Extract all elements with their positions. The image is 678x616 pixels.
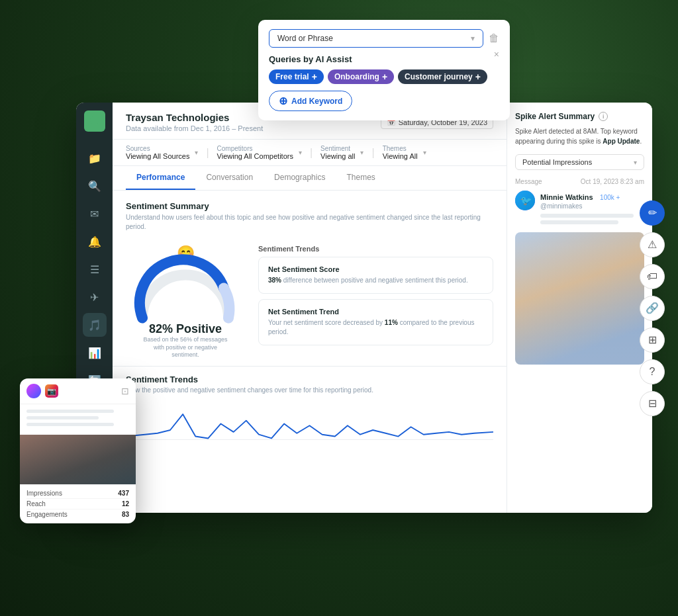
trends-section: Sentiment Trends View the positive and n…: [113, 366, 507, 460]
sidebar-item-menu[interactable]: ☰: [83, 257, 107, 281]
stat-engagements: Engagements 83: [26, 509, 129, 519]
sentiment-area: 😊 82% Positive Based on the 56% of messa…: [113, 238, 507, 366]
trash-icon[interactable]: 🗑: [489, 32, 499, 44]
sidebar-item-search[interactable]: 🔍: [83, 174, 107, 198]
competitors-filter[interactable]: Competitors Viewing All Competitors: [217, 145, 302, 160]
mobile-card: 📷 ⊡ Impressions 437 Reach 12 Engagements…: [20, 378, 136, 523]
dashboard-card: 📁 🔍 ✉ 🔔 ☰ ✈ 🎵 📊 🔄 ⭐ Traysan Technologies…: [76, 103, 652, 513]
sentiment-card-trend: Net Sentiment Trend Your net sentiment s…: [258, 299, 493, 345]
sidebar-item-bell[interactable]: 🔔: [83, 230, 107, 253]
gauge-value: 82% Positive: [126, 322, 245, 336]
tag-onboarding[interactable]: Onboarding +: [328, 69, 394, 84]
help-button[interactable]: ?: [640, 359, 665, 384]
stat-reach: Reach 12: [26, 499, 129, 509]
grid-button[interactable]: ⊟: [640, 391, 665, 416]
sidebar-item-send[interactable]: ✈: [83, 285, 107, 309]
plus-icon: ⊕: [279, 95, 287, 107]
tag-remove-icon[interactable]: +: [475, 72, 481, 81]
mobile-post-image: [20, 435, 136, 484]
info-icon: i: [599, 112, 608, 121]
sentiment-card-score: Net Sentiment Score 38% difference betwe…: [258, 257, 493, 294]
chevron-down-icon: ▾: [471, 34, 475, 43]
sidebar-item-chart[interactable]: 📊: [83, 341, 107, 365]
card-trend-desc: Your net sentiment score decreased by 11…: [268, 318, 483, 337]
card-trend-title: Net Sentiment Trend: [268, 308, 483, 316]
tab-performance[interactable]: Performance: [126, 166, 195, 190]
sentiment-cards: Sentiment Trends Net Sentiment Score 38%…: [258, 245, 493, 351]
mobile-menu-icon: ⊡: [121, 386, 129, 396]
mobile-text-lines: [20, 404, 136, 435]
sentiment-summary-desc: Understand how users feel about this top…: [126, 213, 493, 232]
sidebar-logo[interactable]: [84, 110, 105, 132]
trends-title: Sentiment Trends: [126, 374, 493, 384]
instagram-icon: 📷: [45, 384, 58, 398]
spike-title: Spike Alert Summary: [515, 112, 595, 121]
stat-impressions: Impressions 437: [26, 488, 129, 499]
search-row: Word or Phrase ▾ 🗑: [269, 29, 499, 48]
mobile-card-header: 📷 ⊡: [20, 378, 136, 404]
popup-title: Queries by AI Assist: [269, 54, 499, 64]
gauge-sub: Based on the 56% of messages with positi…: [142, 336, 228, 359]
tweet-card: 🐦 Minnie Watkins 100k + @minnimakes: [515, 191, 644, 227]
message-header: Message Oct 19, 2023 8:23 am: [515, 178, 644, 185]
tab-demographics[interactable]: Demographics: [264, 166, 336, 190]
gauge-container: 😊 82% Positive Based on the 56% of messa…: [126, 245, 245, 359]
trends-desc: View the positive and negative sentiment…: [126, 386, 493, 394]
mobile-avatar: [26, 384, 41, 398]
bookmark-button[interactable]: 🏷: [640, 264, 665, 289]
sentiment-summary-title: Sentiment Summary: [126, 201, 493, 211]
sources-filter[interactable]: Sources Viewing All Sources: [126, 145, 198, 160]
search-input-display[interactable]: Word or Phrase ▾: [269, 29, 483, 48]
line-chart: [126, 400, 493, 460]
sentiment-summary-section: Sentiment Summary Understand how users f…: [113, 191, 507, 238]
export-button[interactable]: ⊞: [640, 328, 665, 353]
sidebar-item-folder[interactable]: 📁: [83, 146, 107, 170]
popup-card: Word or Phrase ▾ 🗑 Queries by AI Assist …: [258, 20, 510, 120]
spike-desc: Spike Alert detected at 8AM. Top keyword…: [515, 126, 644, 146]
card-score-desc: 38% difference between positive and nega…: [268, 276, 483, 285]
avatar: 🐦: [515, 191, 535, 210]
link-button[interactable]: 🔗: [640, 296, 665, 321]
sentiment-trends-label: Sentiment Trends: [258, 245, 493, 253]
tag-customer-journey[interactable]: Customer journey +: [398, 69, 487, 84]
tag-free-trial[interactable]: Free trial +: [269, 69, 324, 84]
right-panel: Spike Alert Summary i Spike Alert detect…: [507, 103, 652, 513]
filter-bar: Sources Viewing All Sources | Competitor…: [113, 140, 507, 166]
sidebar-item-audio[interactable]: 🎵: [83, 313, 107, 337]
main-content: Traysan Technologies Data available from…: [113, 103, 507, 513]
data-range: Data available from Dec 1, 2016 – Presen…: [126, 124, 263, 132]
sentiment-filter[interactable]: Sentiment Viewing all: [320, 145, 363, 160]
close-icon[interactable]: ×: [494, 49, 499, 60]
card-score-title: Net Sentiment Score: [268, 265, 483, 273]
gauge-chart: [132, 263, 238, 323]
add-keyword-button[interactable]: ⊕ Add Keyword: [269, 91, 352, 111]
mobile-stats: Impressions 437 Reach 12 Engagements 83: [20, 484, 136, 523]
edit-button[interactable]: ✏: [640, 200, 665, 226]
spike-header: Spike Alert Summary i: [515, 112, 644, 121]
tag-remove-icon[interactable]: +: [382, 72, 387, 81]
sidebar-item-mail[interactable]: ✉: [83, 202, 107, 226]
tags-row: Free trial + Onboarding + Customer journ…: [269, 69, 499, 84]
tabs: Performance Conversation Demographics Th…: [113, 166, 507, 191]
tab-themes[interactable]: Themes: [336, 166, 385, 190]
chart-area: [126, 400, 493, 460]
tweet-info: Minnie Watkins 100k + @minnimakes: [540, 191, 644, 227]
themes-filter[interactable]: Themes Viewing All: [383, 145, 426, 160]
impressions-dropdown[interactable]: Potential Impressions: [515, 154, 644, 170]
tab-conversation[interactable]: Conversation: [195, 166, 264, 190]
right-actions: ✏ ⚠ 🏷 🔗 ⊞ ? ⊟: [640, 200, 665, 416]
alert-button[interactable]: ⚠: [640, 232, 665, 257]
company-name: Traysan Technologies: [126, 112, 263, 123]
tag-remove-icon[interactable]: +: [312, 72, 317, 81]
svg-text:🐦: 🐦: [520, 195, 532, 206]
right-panel-image: [515, 232, 644, 365]
